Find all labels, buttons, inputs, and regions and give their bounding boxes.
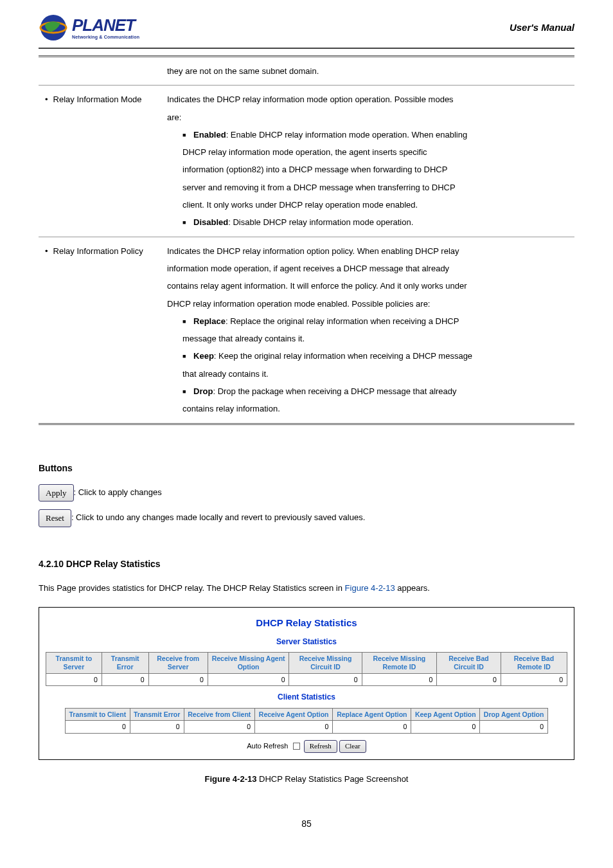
th: Receive Bad Circuit ID — [437, 653, 501, 673]
td: 0 — [184, 721, 254, 734]
td: 0 — [208, 673, 289, 686]
clear-button[interactable]: Clear — [339, 740, 366, 753]
td: 0 — [102, 673, 148, 686]
row2-intro2: are: — [167, 109, 568, 126]
stats-title: DHCP Relay Statistics — [46, 615, 567, 631]
header-divider — [39, 48, 574, 49]
brand-title: PLANET — [72, 17, 139, 33]
row3-label: Relay Information Policy — [45, 246, 143, 256]
refresh-button[interactable]: Refresh — [304, 740, 337, 753]
list-item: Keep: Keep the original relay informatio… — [182, 347, 568, 383]
td: 0 — [480, 721, 548, 734]
statistics-panel: DHCP Relay Statistics Server Statistics … — [39, 607, 574, 759]
auto-refresh-label: Auto Refresh — [247, 742, 288, 750]
table-row: Relay Information Policy Indicates the D… — [39, 237, 574, 424]
row2-label: Relay Information Mode — [45, 95, 142, 104]
apply-button[interactable]: Apply — [39, 484, 74, 502]
brand-logo: PLANET Networking & Communication — [39, 13, 139, 42]
auto-refresh-checkbox[interactable] — [293, 743, 300, 750]
reset-text: : Click to undo any changes made locally… — [71, 513, 365, 523]
globe-icon — [39, 13, 68, 42]
row1-text: they are not on the same subnet domain. — [167, 57, 574, 86]
section-heading: 4.2.10 DHCP Relay Statistics — [39, 557, 574, 571]
reset-button[interactable]: Reset — [39, 509, 71, 527]
th: Receive Missing Agent Option — [208, 653, 289, 673]
td: 0 — [46, 673, 102, 686]
td: 0 — [130, 721, 184, 734]
page-number: 85 — [39, 817, 574, 831]
description-table: they are not on the same subnet domain. … — [39, 55, 574, 425]
th: Transmit Error — [102, 653, 148, 673]
td: 0 — [333, 721, 411, 734]
server-stats-subtitle: Server Statistics — [46, 636, 567, 648]
th: Drop Agent Option — [480, 708, 548, 721]
buttons-section: Buttons Apply: Click to apply changes Re… — [39, 461, 574, 527]
page-header: PLANET Networking & Communication User's… — [39, 13, 574, 42]
table-row: Relay Information Mode Indicates the DHC… — [39, 86, 574, 237]
apply-text: : Click to apply changes — [74, 487, 162, 497]
th: Receive Missing Remote ID — [362, 653, 437, 673]
th: Receive from Client — [184, 708, 254, 721]
th: Receive Missing Circuit ID — [289, 653, 362, 673]
th: Transmit to Client — [66, 708, 130, 721]
brand-subtitle: Networking & Communication — [72, 35, 139, 39]
list-item: Replace: Replace the original relay info… — [182, 312, 568, 348]
th: Transmit to Server — [46, 653, 102, 673]
td: 0 — [411, 721, 480, 734]
th: Replace Agent Option — [333, 708, 411, 721]
client-stats-subtitle: Client Statistics — [46, 691, 567, 703]
th: Transmit Error — [130, 708, 184, 721]
th: Keep Agent Option — [411, 708, 480, 721]
figure-caption: Figure 4-2-13 DHCP Relay Statistics Page… — [39, 773, 574, 786]
td: 0 — [148, 673, 208, 686]
row2-intro1: Indicates the DHCP relay information mod… — [167, 91, 568, 108]
th: Receive Bad Remote ID — [501, 653, 567, 673]
server-stats-table: Transmit to Server Transmit Error Receiv… — [46, 652, 567, 686]
th: Receive from Server — [148, 653, 208, 673]
list-item: Drop: Drop the package when receiving a … — [182, 383, 568, 418]
controls-row: Auto Refresh Refresh Clear — [46, 740, 567, 753]
td: 0 — [66, 721, 130, 734]
section-paragraph: This Page provides statistics for DHCP r… — [39, 581, 574, 595]
td: 0 — [501, 673, 567, 686]
list-item: Disabled: Disable DHCP relay information… — [182, 213, 568, 231]
td: 0 — [437, 673, 501, 686]
table-row: they are not on the same subnet domain. — [39, 57, 574, 86]
td: 0 — [362, 673, 437, 686]
th: Receive Agent Option — [254, 708, 332, 721]
figure-link: Figure 4-2-13 — [345, 583, 395, 593]
td: 0 — [289, 673, 362, 686]
td: 0 — [254, 721, 332, 734]
list-item: Enabled: Enable DHCP relay information m… — [182, 126, 568, 213]
buttons-heading: Buttons — [39, 461, 574, 475]
manual-title: User's Manual — [510, 20, 574, 35]
client-stats-table: Transmit to Client Transmit Error Receiv… — [65, 708, 548, 734]
